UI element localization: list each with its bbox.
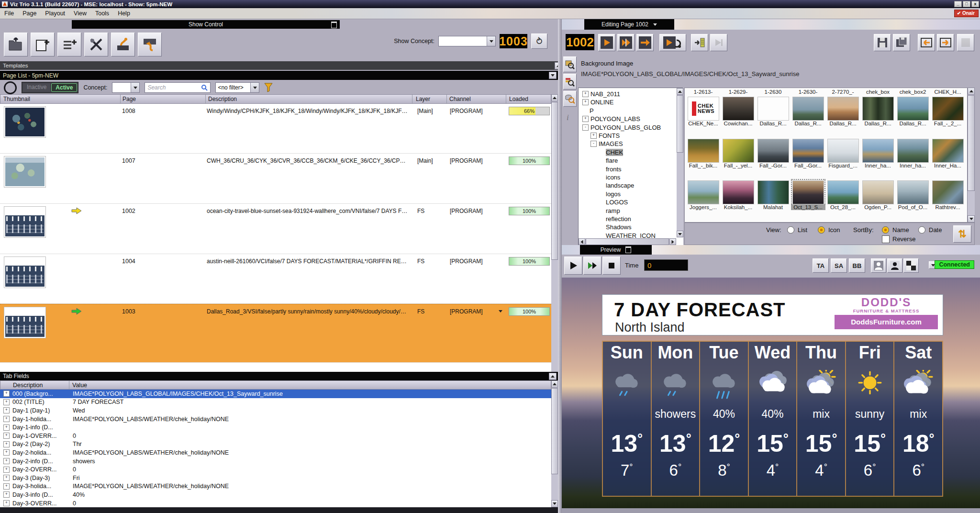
image-item[interactable]: Dallas_R... [791, 97, 825, 126]
tab-field-row[interactable]: + Day-3-holida... IMAGE*POLYGON_LABS/WEA… [0, 482, 551, 491]
tab-field-row[interactable]: + Day-3-OVERR... 0 [0, 499, 551, 507]
tab-field-row[interactable]: + Day-1 (Day-1) Wed [0, 406, 551, 415]
tree-item-label[interactable]: CHEK [606, 149, 623, 156]
image-item[interactable]: Fall_-_2_... [930, 97, 965, 126]
image-name[interactable]: Oct_28_... [826, 204, 860, 210]
tree-item-label[interactable]: flare [606, 157, 618, 164]
database-search-button[interactable] [563, 91, 577, 107]
continue-loop-button[interactable] [659, 34, 686, 51]
image-name[interactable]: 1-2630- [791, 89, 825, 95]
column-layer[interactable]: Layer [416, 96, 430, 102]
image-item[interactable]: Joggers_... [686, 180, 721, 210]
image-item[interactable]: Ogden_P... [860, 180, 895, 210]
image-name[interactable]: chek_box [861, 89, 895, 95]
image-item[interactable]: Fall_-Gor... [756, 139, 791, 168]
menu-file[interactable]: File [0, 9, 18, 18]
browser-scrollbar[interactable] [968, 88, 975, 223]
expand-icon[interactable]: + [3, 433, 10, 439]
image-name[interactable]: Koksilah_... [721, 204, 756, 210]
page-row-1003[interactable]: 1003 Dallas_Road_3/VSI/false/partly sunn… [0, 304, 551, 363]
tree-item-fonts[interactable]: +FONTS [590, 132, 620, 140]
image-name[interactable]: chek_box2 [896, 89, 930, 95]
browser-refresh-button[interactable]: ⇅ [953, 225, 971, 243]
column-page[interactable]: Page [122, 96, 136, 102]
view-list-label[interactable]: List [798, 226, 807, 234]
tree-item-label[interactable]: POLYGON_LABS [590, 115, 640, 123]
save-as-button[interactable] [893, 34, 910, 51]
expand-icon[interactable]: + [3, 500, 10, 506]
tree-vertical-scrollbar[interactable] [677, 88, 683, 237]
tab-fields-collapse-button[interactable] [549, 373, 557, 380]
page-list-collapse-button[interactable] [549, 72, 557, 79]
image-item[interactable]: Oct_13_S... [791, 180, 825, 210]
take-continue-button[interactable] [617, 34, 635, 51]
tree-item-label[interactable]: landscape [606, 182, 634, 189]
expand-icon[interactable]: + [3, 449, 10, 456]
image-name[interactable]: Dallas_R... [791, 121, 825, 126]
scale-to-right-button[interactable] [937, 34, 954, 51]
image-item[interactable]: Pod_of_O... [895, 180, 930, 210]
image-name[interactable]: Joggers_... [686, 204, 721, 210]
editing-page-dropdown-icon[interactable] [653, 23, 657, 26]
show-concept-dropdown[interactable] [438, 36, 496, 46]
sa-button[interactable]: SA [831, 258, 847, 273]
tree-item-label[interactable]: Shadows [606, 223, 631, 231]
filter-funnel-icon[interactable] [264, 83, 273, 92]
expand-icon[interactable]: + [3, 390, 10, 397]
tree-item-online[interactable]: +ONLINE [582, 98, 613, 106]
tree-toggle-icon[interactable]: - [582, 124, 589, 131]
reverse-checkbox[interactable] [882, 235, 890, 243]
tree-item-label[interactable]: FONTS [599, 132, 620, 139]
column-description[interactable]: Description [208, 96, 237, 102]
tree-toggle-icon[interactable]: + [582, 99, 589, 105]
column-thumbnail[interactable]: Thumbnail [3, 96, 30, 102]
image-name[interactable]: Fall_-Gor... [791, 163, 825, 168]
image-name[interactable]: Oct_13_S... [791, 204, 825, 210]
image-item[interactable]: Koksilah_... [721, 180, 756, 210]
image-item[interactable]: Rathtrev... [930, 180, 965, 210]
tree-item-logos[interactable]: logos [599, 190, 621, 198]
image-item[interactable]: CHEKNEWSCHEK_Ne... [686, 97, 721, 126]
tree-item-label[interactable]: P [590, 107, 594, 114]
new-page-button[interactable] [31, 33, 55, 56]
key-preview-button[interactable] [871, 258, 886, 273]
render-device-button[interactable] [111, 33, 135, 56]
expand-icon[interactable]: + [3, 441, 10, 447]
image-item[interactable]: Fisguard_... [825, 139, 860, 168]
concept-filter-dropdown[interactable] [112, 82, 140, 93]
image-name[interactable]: 2-7270_- [826, 89, 860, 95]
tree-item-fronts[interactable]: fronts [599, 165, 622, 173]
maximize-button[interactable]: □ [963, 1, 970, 7]
image-item[interactable]: Fall_-_yel... [721, 139, 756, 168]
column-channel[interactable]: Channel [449, 96, 471, 102]
image-item[interactable]: Dallas_R... [860, 97, 895, 126]
image-name[interactable]: Dallas_R... [826, 121, 860, 126]
image-name[interactable]: Dallas_R... [861, 121, 895, 126]
tab-field-row[interactable]: + Day-3 (Day-3) Fri [0, 474, 551, 482]
read-page-button[interactable] [691, 34, 708, 51]
tree-item-polygon_labs_glob[interactable]: -POLYGON_LABS_GLOB [582, 123, 661, 132]
image-item[interactable]: Dallas_R... [895, 97, 930, 126]
tab-field-row[interactable]: + Day-2-info (D... showers [0, 457, 551, 466]
tree-item-label[interactable]: fronts [606, 166, 622, 173]
image-item[interactable]: Dallas_R... [756, 97, 791, 126]
ta-button[interactable]: TA [813, 258, 829, 273]
image-name[interactable]: CHEK_Ne... [686, 121, 721, 126]
image-name[interactable]: 1-2629- [721, 89, 756, 95]
refresh-circle-icon[interactable] [4, 81, 17, 94]
menu-view[interactable]: View [69, 9, 91, 18]
tree-item-icons[interactable]: icons [599, 173, 620, 181]
expand-icon[interactable]: + [3, 424, 10, 431]
tree-item-nab_2011[interactable]: +NAB_2011 [582, 90, 620, 98]
image-name[interactable]: Cowichan... [721, 121, 756, 126]
color-search-button[interactable] [563, 74, 577, 89]
tree-item-label[interactable]: ONLINE [590, 99, 613, 106]
image-item[interactable]: Fall_-_bik... [686, 139, 721, 168]
tab-field-row[interactable]: + Day-3-info (D... 40% [0, 491, 551, 499]
preview-tab[interactable]: Preview [580, 245, 652, 255]
save-button[interactable] [874, 34, 891, 51]
take-button[interactable] [598, 34, 615, 51]
active-option[interactable]: Active [51, 83, 77, 92]
image-name[interactable]: CHEK_H... [931, 89, 965, 95]
image-name[interactable]: Dallas_R... [896, 121, 930, 126]
